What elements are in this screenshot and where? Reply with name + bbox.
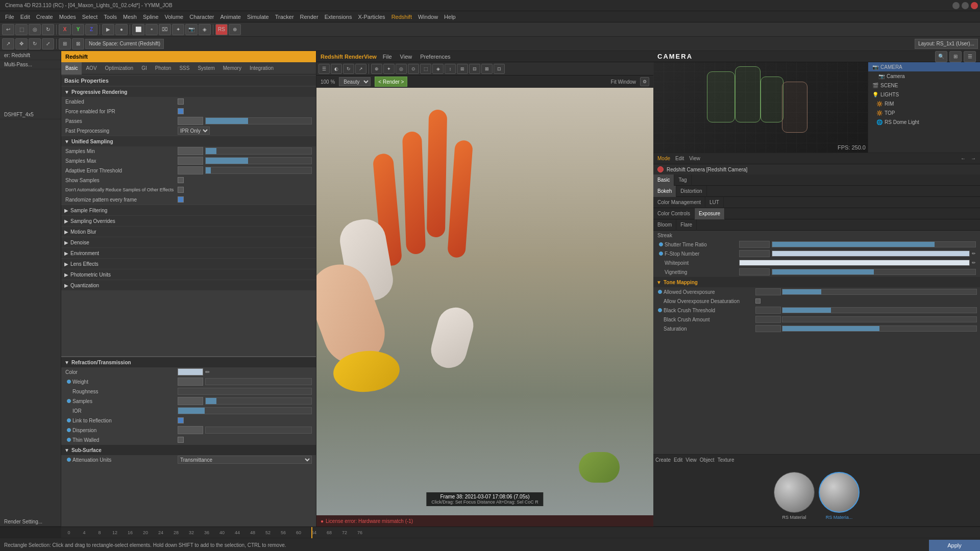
tab-aov[interactable]: AOV <box>82 62 101 74</box>
apply-button[interactable]: Apply <box>929 540 980 551</box>
mode-label[interactable]: Mode <box>655 156 672 161</box>
tab-exposure[interactable]: Exposure <box>695 208 725 219</box>
photometric-header[interactable]: ▶Photometric Units <box>61 269 316 280</box>
toolbar-light[interactable]: ✦ <box>172 24 184 35</box>
menu-edit[interactable]: Edit <box>17 14 33 20</box>
ref-color-swatch[interactable] <box>178 368 203 375</box>
menu-help[interactable]: Help <box>441 14 459 20</box>
toolbar-cube[interactable]: ⬜ <box>132 24 144 35</box>
rv-menu-file[interactable]: File <box>381 54 394 60</box>
tab-photon[interactable]: Photon <box>151 62 176 74</box>
black-crush-amount-input[interactable]: 0 <box>755 316 781 323</box>
toolbar-play[interactable]: ▶ <box>102 24 114 35</box>
mat-edit[interactable]: Edit <box>674 457 682 463</box>
ref-samples-input[interactable]: 8 <box>178 397 203 405</box>
rv-btn-13[interactable]: ⊟ <box>469 64 480 74</box>
rv-btn-14[interactable]: ⊠ <box>481 64 493 74</box>
tone-mapping-header[interactable]: ▼ Tone Mapping <box>653 277 980 287</box>
rv-btn-11[interactable]: ↕ <box>445 64 456 74</box>
nav-back[interactable]: ← <box>959 156 968 161</box>
refraction-header[interactable]: ▼ Refraction/Transmission <box>61 357 316 367</box>
mat-create[interactable]: Create <box>655 457 671 463</box>
rv-menu-prefs[interactable]: Preferences <box>418 54 452 60</box>
toolbar2-select[interactable]: ↗ <box>2 38 14 49</box>
toolbar-sphere[interactable]: ⚬ <box>145 24 158 35</box>
tree-top[interactable]: 🔆 TOP <box>868 108 980 117</box>
attenuation-select[interactable]: Transmittance <box>178 456 312 464</box>
progressive-rendering-header[interactable]: ▼ Progressive Rendering <box>61 87 316 97</box>
menu-redshift[interactable]: Redshift <box>388 14 415 20</box>
whitepoint-edit-icon[interactable]: ✏ <box>972 260 976 265</box>
toolbar-btn-x[interactable]: X <box>59 24 71 35</box>
samples-min-slider[interactable] <box>205 147 312 155</box>
toolbar-material[interactable]: ◈ <box>199 24 211 35</box>
whitepoint-slider[interactable] <box>739 260 970 266</box>
search-icon[interactable]: 🔍 <box>935 51 947 62</box>
rv-beauty-select[interactable]: Beauty <box>339 77 371 86</box>
show-samples-checkbox[interactable] <box>178 177 184 183</box>
shutter-slider[interactable] <box>772 241 976 247</box>
rv-btn-4[interactable]: ↗ <box>355 64 366 74</box>
tree-rim[interactable]: 🔆 RIM <box>868 99 980 108</box>
mat-view[interactable]: View <box>685 457 697 463</box>
tab-gi[interactable]: GI <box>137 62 151 74</box>
subsurface-header[interactable]: ▼ Sub-Surface <box>61 445 316 455</box>
link-reflection-checkbox[interactable] <box>178 417 184 423</box>
passes-slider[interactable] <box>205 117 312 124</box>
tab-color-mgmt[interactable]: Color Management <box>653 197 705 208</box>
adaptive-error-slider[interactable] <box>205 167 312 174</box>
saturation-slider[interactable] <box>782 325 977 332</box>
fstop-slider[interactable] <box>772 251 970 257</box>
ref-weight-slider[interactable] <box>205 378 312 385</box>
thin-walled-enabled-icon[interactable] <box>65 438 72 442</box>
menu-mesh[interactable]: Mesh <box>120 14 140 20</box>
edit-label[interactable]: Edit <box>673 156 686 161</box>
rv-btn-5[interactable]: ⊕ <box>371 64 382 74</box>
samples-min-input[interactable]: 16 <box>178 147 203 155</box>
ref-roughness-slider[interactable] <box>178 388 312 395</box>
samples-max-input[interactable]: 256 <box>178 157 203 165</box>
rv-btn-9[interactable]: ⬚ <box>420 64 431 74</box>
mat-texture[interactable]: Texture <box>718 457 734 463</box>
menu-tools[interactable]: Tools <box>101 14 120 20</box>
attenuation-enabled-icon[interactable] <box>65 458 72 462</box>
toolbar-btn-3[interactable]: ◎ <box>29 24 41 35</box>
toolbar-rs1[interactable]: RS <box>215 24 228 35</box>
close-btn[interactable] <box>971 2 978 9</box>
ref-weight-input[interactable]: 0 <box>178 378 203 386</box>
tab-flare[interactable]: Flare <box>676 219 697 231</box>
menu-render[interactable]: Render <box>297 14 322 20</box>
dispersion-enabled-icon[interactable] <box>65 428 72 432</box>
tab-sss[interactable]: SSS <box>175 62 193 74</box>
toolbar2-scale[interactable]: ⤢ <box>42 38 54 49</box>
menu-file[interactable]: File <box>2 14 17 20</box>
enabled-checkbox[interactable] <box>178 98 184 105</box>
fstop-input[interactable]: 8 <box>739 250 770 257</box>
mat-sphere-1[interactable] <box>774 472 815 513</box>
nav-fwd[interactable]: → <box>969 156 978 161</box>
samples-max-slider[interactable] <box>205 157 312 164</box>
tab-distortion[interactable]: Distortion <box>676 186 706 197</box>
saturation-input[interactable]: 1 <box>755 325 781 332</box>
mat-object[interactable]: Object <box>700 457 715 463</box>
sidebar-render-setting[interactable]: Render Setting... <box>0 517 61 527</box>
rv-settings-btn[interactable]: ⚙ <box>640 77 649 86</box>
weight-enabled-icon[interactable] <box>65 380 72 384</box>
menu-spline[interactable]: Spline <box>140 14 162 20</box>
mat-sphere-2[interactable] <box>819 472 860 513</box>
rv-btn-7[interactable]: ◎ <box>396 64 407 74</box>
sampling-overrides-header[interactable]: ▶Sampling Overrides <box>61 216 316 226</box>
denoise-header[interactable]: ▶Denoise <box>61 237 316 247</box>
tree-camera[interactable]: 📷 Camera <box>868 71 980 81</box>
menu-animate[interactable]: Animate <box>217 14 244 20</box>
rv-menu-view[interactable]: View <box>398 54 414 60</box>
environment-header[interactable]: ▶Environment <box>61 248 316 258</box>
tab-bokeh[interactable]: Bokeh <box>653 186 676 197</box>
tree-camera-group[interactable]: 📷 CAMERA <box>868 62 980 71</box>
tab-basic[interactable]: Basic <box>61 62 82 74</box>
tab-optimization[interactable]: Optimization <box>101 62 138 74</box>
basic-properties-header[interactable]: Basic Properties <box>61 76 316 86</box>
toolbar-btn-2[interactable]: ⬚ <box>15 24 28 35</box>
fstop-edit-icon[interactable]: ✏ <box>972 251 976 256</box>
rv-btn-1[interactable]: ☰ <box>318 64 330 74</box>
